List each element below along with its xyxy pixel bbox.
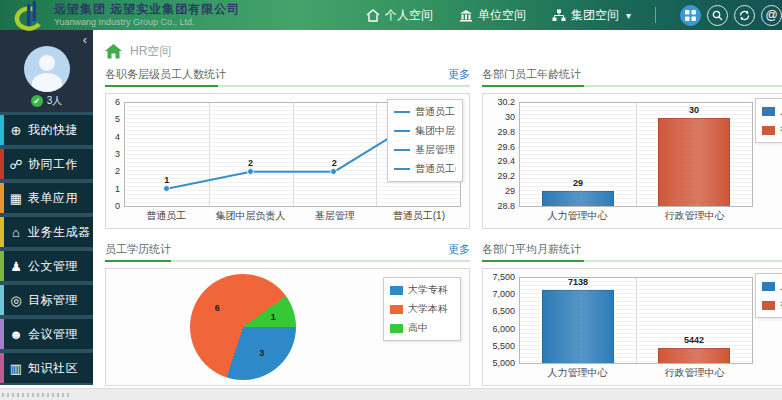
more-link[interactable]: 更多 [448, 242, 470, 257]
nav-label: 个人空间 [385, 7, 433, 24]
sidebar-item-会议管理[interactable]: ☻会议管理 [0, 319, 93, 349]
sidebar-item-label: 目标管理 [28, 292, 78, 309]
y-tick-label: 4 [115, 133, 120, 142]
legend-entry[interactable]: 集团中层负责人 [394, 124, 456, 138]
pie-slice-label: 6 [215, 303, 220, 313]
data-point [247, 168, 254, 175]
y-tick-label: 30.2 [497, 98, 515, 107]
search-icon[interactable] [707, 5, 728, 26]
share-icon: ☍ [4, 158, 28, 171]
sidebar-item-表单应用[interactable]: ▦表单应用 [0, 183, 93, 213]
legend-label: 普通员工(1) [415, 162, 456, 176]
apps-icon[interactable] [680, 5, 701, 26]
chart-area: 30.23029.829.629.429.22928.82930人力管理中心行政… [489, 102, 753, 222]
sidebar-item-label: 我的快捷 [28, 122, 78, 139]
panel-title: 各部门平均月薪统计 [482, 242, 581, 257]
sidebar-item-label: 协同工作 [28, 156, 78, 173]
panel-title: 各部门员工年龄统计 [482, 67, 581, 82]
panel-underline [105, 85, 470, 87]
y-tick-label: 5,000 [492, 359, 515, 368]
legend-entry[interactable]: 大学本科 [390, 302, 454, 316]
y-tick-label: 29.6 [497, 143, 515, 152]
x-axis-labels: 人力管理中心行政管理中心 [519, 364, 753, 379]
sidebar-item-协同工作[interactable]: ☍协同工作 [0, 149, 93, 179]
avatar[interactable] [24, 46, 70, 92]
sidebar-item-业务生成器[interactable]: ⌂业务生成器 [0, 217, 93, 247]
y-axis: 6543210 [112, 102, 124, 207]
legend-entry[interactable]: 人力管理中心 [762, 104, 782, 118]
y-axis: 7,5007,0006,5006,0005,5005,000 [489, 277, 519, 364]
builder-icon: ⌂ [4, 226, 28, 239]
data-point-label: 1 [164, 176, 169, 185]
y-tick-label: 0 [115, 202, 120, 211]
y-tick-label: 6,500 [492, 307, 515, 316]
x-category-label: 人力管理中心 [519, 367, 636, 379]
bar-value-label: 5442 [684, 336, 704, 345]
legend-entry[interactable]: 行政管理中心 [762, 123, 782, 137]
sidebar-item-我的快捷[interactable]: ⊕我的快捷 [0, 115, 93, 145]
legend-entry[interactable]: 普通员工(1) [394, 162, 456, 176]
legend-entry[interactable]: 高中 [390, 321, 454, 335]
pie-chart-education: 136大学专科大学本科高中 [105, 268, 470, 386]
y-tick-label: 6,000 [492, 325, 515, 334]
refresh-icon[interactable] [734, 5, 755, 26]
meeting-icon: ☻ [4, 328, 28, 341]
pie-chart [190, 274, 296, 380]
panel-education: 员工学历统计 更多 136大学专科大学本科高中 [105, 241, 470, 386]
legend-entry[interactable]: 大学专科 [390, 283, 454, 297]
chart-legend: 普通员工集团中层负责人基层管理普通员工(1) [387, 99, 463, 182]
form-icon: ▦ [4, 192, 28, 205]
sidebar-item-label: 业务生成器 [28, 224, 91, 241]
legend-entry[interactable]: 行政管理中心 [762, 298, 782, 312]
data-point-label: 2 [248, 159, 253, 168]
bar-行政管理中心 [658, 118, 730, 206]
panel-title: 各职务层级员工人数统计 [105, 67, 226, 82]
legend-entry[interactable]: 基层管理 [394, 143, 456, 157]
y-tick-label: 29.2 [497, 172, 515, 181]
bar-人力管理中心 [542, 290, 614, 363]
panel-underline [482, 260, 782, 262]
building-icon [459, 9, 473, 22]
x-axis-labels: 普通员工集团中层负责人基层管理普通员工(1) [124, 207, 461, 222]
nav-item-personal-space[interactable]: 个人空间 [366, 7, 433, 24]
nav-item-unit-space[interactable]: 单位空间 [459, 7, 526, 24]
app-window: 远望集团 远望实业集团有限公司 Yuanwang Industry Group … [0, 0, 782, 400]
status-bar-text [2, 393, 72, 397]
user-count-badge: 3人 [47, 94, 63, 108]
legend-entry[interactable]: 普通员工 [394, 105, 456, 119]
legend-line-marker [394, 130, 410, 132]
legend-label: 高中 [408, 321, 428, 335]
sidebar-item-label: 会议管理 [28, 326, 78, 343]
nav-item-group-space[interactable]: 集团空间▾ [552, 7, 631, 24]
at-icon[interactable]: @ [761, 5, 782, 26]
target-icon: ◎ [4, 294, 28, 307]
y-tick-label: 7,500 [492, 273, 515, 282]
y-tick-label: 3 [115, 150, 120, 159]
sidebar-item-知识社区[interactable]: ▥知识社区 [0, 353, 93, 383]
main-content: HR空间 各职务层级员工人数统计 更多 65432101225普通员工集团中层负… [93, 30, 782, 388]
x-category-label: 普通员工 [124, 210, 208, 222]
y-tick-label: 2 [115, 167, 120, 176]
legend-swatch [762, 282, 775, 291]
legend-swatch [762, 107, 775, 116]
chart-area: 7,5007,0006,5006,0005,5005,00071385442人力… [489, 277, 753, 379]
chevron-down-icon[interactable]: ▾ [626, 10, 631, 21]
legend-line-marker [394, 149, 410, 151]
sidebar-item-目标管理[interactable]: ◎目标管理 [0, 285, 93, 315]
top-bar: 远望集团 远望实业集团有限公司 Yuanwang Industry Group … [0, 0, 782, 30]
legend-entry[interactable]: 人力管理中心 [762, 279, 782, 293]
y-tick-label: 29.4 [497, 157, 515, 166]
pie-slice-label: 3 [259, 348, 264, 358]
company-name-block: 远望集团 远望实业集团有限公司 Yuanwang Industry Group … [54, 3, 240, 27]
legend-swatch [762, 301, 775, 310]
legend-label: 普通员工 [415, 105, 455, 119]
space-title: HR空间 [130, 43, 171, 60]
sidebar-collapse-icon[interactable]: ‹ [83, 33, 87, 46]
home-icon [366, 9, 380, 22]
y-tick-label: 5,500 [492, 342, 515, 351]
legend-line-marker [394, 168, 410, 170]
sidebar-item-公文管理[interactable]: ♟公文管理 [0, 251, 93, 281]
y-tick-label: 7,000 [492, 290, 515, 299]
more-link[interactable]: 更多 [448, 67, 470, 82]
pie-slice-label: 1 [271, 312, 276, 322]
